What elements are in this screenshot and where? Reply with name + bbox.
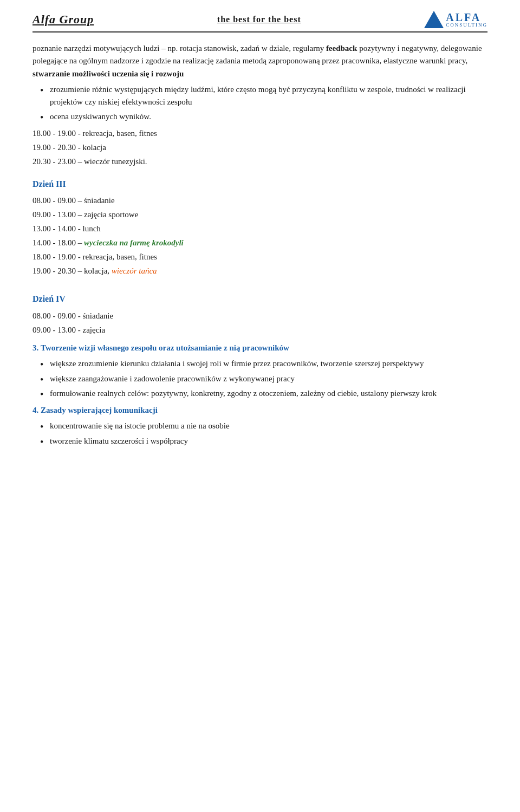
dzien4-heading: Dzień IV — [32, 293, 487, 306]
section3-bullet-2: większe zaangażowanie i zadowolenie prac… — [38, 373, 487, 385]
section3-bullet-1: większe zrozumienie kierunku działania i… — [38, 358, 487, 370]
section3-title-paragraph: 3. Tworzenie wizji własnego zespołu oraz… — [32, 342, 487, 354]
section4-bullet-2: tworzenie klimatu szczerości i współprac… — [38, 435, 487, 447]
sched-text: 08.00 - 09.00 – śniadanie — [32, 196, 115, 205]
logo-triangle-icon — [424, 11, 444, 28]
logo: ALFA CONSULTING — [424, 11, 487, 28]
sched-text: 19.00 - 20.30 - kolacja — [32, 143, 106, 152]
section3-bullet-1-text: większe zrozumienie kierunku działania i… — [50, 359, 424, 368]
sched-text: 13.00 - 14.00 - lunch — [32, 224, 101, 233]
schedule-day3-item4: 14.00 - 18.00 – wycieczka na farmę kroko… — [32, 236, 487, 249]
schedule-day3-item3: 13.00 - 14.00 - lunch — [32, 222, 487, 235]
bullet-1-text: zrozumienie różnic występujących między … — [50, 85, 466, 106]
schedule-day4: 08.00 - 09.00 - śniadanie 09.00 - 13.00 … — [32, 309, 487, 336]
sched-text: 09.00 - 13.00 – zajęcia sportowe — [32, 210, 138, 219]
sched-text: 18.00 - 19.00 - rekreacja, basen, fitnes — [32, 252, 157, 261]
brand-name: Alfa Group — [32, 12, 94, 27]
sched-text: 09.00 - 13.00 - zajęcia — [32, 326, 105, 334]
page: Alfa Group the best for the best ALFA CO… — [0, 0, 520, 812]
intro-paragraph: poznanie narzędzi motywujących ludzi – n… — [32, 42, 487, 80]
dzien3-label: Dzień III — [32, 179, 66, 189]
bullet-2-text: ocena uzyskiwanych wyników. — [50, 112, 151, 121]
schedule-day3-item1: 08.00 - 09.00 – śniadanie — [32, 194, 487, 207]
section4-bullet-1: koncentrowanie się na istocie problemu a… — [38, 420, 487, 432]
section4-title: Zasady wspierającej komunikacji — [41, 406, 158, 414]
bullet-item-1: zrozumienie różnic występujących między … — [38, 83, 487, 109]
sched-text-pre: 19.00 - 20.30 – kolacja, — [32, 267, 112, 275]
logo-text: ALFA CONSULTING — [446, 12, 487, 28]
section3-bullet-2-text: większe zaangażowanie i zadowolenie prac… — [50, 374, 295, 383]
schedule-day2-item2: 19.00 - 20.30 - kolacja — [32, 141, 487, 154]
sched-text-pre: 14.00 - 18.00 – — [32, 238, 84, 247]
section3-bullet-3: formułowanie realnych celów: pozytywny, … — [38, 387, 487, 400]
schedule-day2-item1: 18.00 - 19.00 - rekreacja, basen, fitnes — [32, 127, 487, 140]
section3-bullet-3-text: formułowanie realnych celów: pozytywny, … — [50, 389, 437, 398]
section4-title-paragraph: 4. Zasady wspierającej komunikacji — [32, 404, 487, 417]
section4-bullet-2-text: tworzenie klimatu szczerości i współprac… — [50, 437, 188, 445]
schedule-day4-item2: 09.00 - 13.00 - zajęcia — [32, 323, 487, 336]
logo-graphic: ALFA CONSULTING — [424, 11, 487, 28]
schedule-day4-item1: 08.00 - 09.00 - śniadanie — [32, 309, 487, 322]
wieczor-tanca-highlight: wieczór tańca — [112, 267, 157, 275]
section3-number: 3. — [32, 343, 38, 352]
sched-text: 08.00 - 09.00 - śniadanie — [32, 311, 113, 320]
intro-text-start: poznanie narzędzi motywujących ludzi – n… — [32, 44, 326, 53]
sched-text: 20.30 - 23.00 – wieczór tunezyjski. — [32, 157, 147, 166]
intro-bold-phrase: stwarzanie możliwości uczenia się i rozw… — [32, 69, 184, 78]
schedule-day3-item5: 18.00 - 19.00 - rekreacja, basen, fitnes — [32, 250, 487, 263]
section4-bullet-1-text: koncentrowanie się na istocie problemu a… — [50, 421, 230, 430]
bullet-item-2: ocena uzyskiwanych wyników. — [38, 111, 487, 123]
logo-consulting: CONSULTING — [446, 23, 487, 28]
schedule-day3-item6: 19.00 - 20.30 – kolacja, wieczór tańca — [32, 264, 487, 277]
tagline: the best for the best — [217, 15, 301, 24]
schedule-day3: 08.00 - 09.00 – śniadanie 09.00 - 13.00 … — [32, 194, 487, 277]
bullet-list-1: zrozumienie różnic występujących między … — [32, 83, 487, 124]
schedule-day3-item2: 09.00 - 13.00 – zajęcia sportowe — [32, 208, 487, 221]
bullet-list-section3: większe zrozumienie kierunku działania i… — [32, 358, 487, 400]
logo-alfa: ALFA — [446, 12, 487, 23]
dzien3-heading: Dzień III — [32, 178, 487, 191]
bullet-list-section4: koncentrowanie się na istocie problemu a… — [32, 420, 487, 447]
main-content: poznanie narzędzi motywujących ludzi – n… — [32, 42, 487, 447]
sched-text: 18.00 - 19.00 - rekreacja, basen, fitnes — [32, 129, 157, 138]
schedule-day2: 18.00 - 19.00 - rekreacja, basen, fitnes… — [32, 127, 487, 168]
section3-title: Tworzenie wizji własnego zespołu oraz ut… — [41, 343, 289, 352]
feedback-bold: feedback — [326, 44, 358, 53]
section4-number: 4. — [32, 406, 38, 414]
header: Alfa Group the best for the best ALFA CO… — [32, 11, 487, 33]
schedule-day2-item3: 20.30 - 23.00 – wieczór tunezyjski. — [32, 155, 487, 168]
dzien4-label: Dzień IV — [32, 294, 66, 303]
wycieczka-highlight: wycieczka na farmę krokodyli — [84, 238, 184, 247]
